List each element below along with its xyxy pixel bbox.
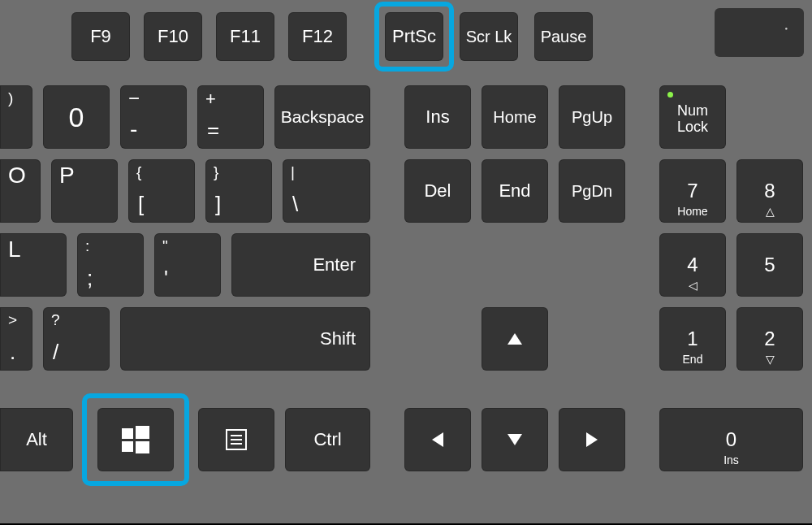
arrow-down-icon bbox=[508, 434, 522, 445]
key-shift[interactable]: Shift bbox=[120, 307, 370, 371]
key-num0[interactable]: 0 Ins bbox=[659, 408, 803, 471]
key-home[interactable]: Home bbox=[482, 85, 548, 149]
key-scrlk[interactable]: Scr Lk bbox=[460, 12, 518, 61]
key-p[interactable]: P bbox=[51, 159, 118, 223]
key-num2[interactable]: 2 ▽ bbox=[736, 307, 803, 371]
key-alt[interactable]: Alt bbox=[0, 408, 73, 471]
key-r2-equals[interactable]: + = bbox=[197, 85, 264, 149]
arrow-right-icon bbox=[586, 432, 598, 447]
key-enter[interactable]: Enter bbox=[231, 233, 370, 297]
svg-rect-1 bbox=[136, 426, 149, 439]
key-f10[interactable]: F10 bbox=[144, 12, 202, 61]
arrow-up-icon bbox=[508, 333, 522, 345]
key-prtsc[interactable]: PrtSc bbox=[385, 12, 443, 61]
key-num8[interactable]: 8 △ bbox=[736, 159, 803, 223]
menu-icon bbox=[226, 429, 247, 450]
svg-rect-2 bbox=[122, 441, 133, 452]
keyboard-diagram: F9 F10 F11 F12 PrtSc Scr Lk Pause ● ) 0 … bbox=[0, 0, 812, 525]
key-lbracket[interactable]: { [ bbox=[128, 159, 195, 223]
key-num7[interactable]: 7 Home bbox=[659, 159, 726, 223]
key-del[interactable]: Del bbox=[404, 159, 471, 223]
key-pgup[interactable]: PgUp bbox=[559, 85, 625, 149]
key-num1[interactable]: 1 End bbox=[659, 307, 726, 371]
key-quote[interactable]: " ' bbox=[154, 233, 221, 297]
key-r2-zero[interactable]: 0 bbox=[43, 85, 110, 149]
svg-rect-3 bbox=[136, 441, 149, 453]
key-backspace[interactable]: Backspace bbox=[274, 85, 370, 149]
key-l[interactable]: L bbox=[0, 233, 67, 297]
key-menu[interactable] bbox=[198, 408, 274, 471]
key-arrow-up[interactable] bbox=[482, 307, 548, 371]
key-semicolon[interactable]: : ; bbox=[77, 233, 144, 297]
key-rbracket[interactable]: } ] bbox=[205, 159, 272, 223]
key-f9[interactable]: F9 bbox=[71, 12, 130, 61]
indicator-panel: ● bbox=[715, 8, 804, 57]
key-pause[interactable]: Pause bbox=[534, 12, 593, 61]
key-numlock[interactable]: Num Lock bbox=[659, 85, 726, 149]
key-end[interactable]: End bbox=[482, 159, 548, 223]
key-backslash[interactable]: | \ bbox=[283, 159, 370, 223]
key-num5[interactable]: 5 bbox=[736, 233, 803, 297]
key-r2-rparen[interactable]: ) bbox=[0, 85, 32, 149]
key-period[interactable]: > . bbox=[0, 307, 32, 371]
arrow-left-icon bbox=[432, 432, 443, 447]
windows-icon bbox=[122, 426, 149, 453]
svg-rect-0 bbox=[122, 428, 133, 439]
key-num4[interactable]: 4 ◁ bbox=[659, 233, 726, 297]
key-r2-minus[interactable]: − - bbox=[120, 85, 187, 149]
key-pgdn[interactable]: PgDn bbox=[559, 159, 625, 223]
key-windows[interactable] bbox=[97, 408, 174, 471]
key-f11[interactable]: F11 bbox=[216, 12, 274, 61]
key-arrow-right[interactable] bbox=[559, 408, 625, 471]
key-f12[interactable]: F12 bbox=[288, 12, 347, 61]
key-arrow-left[interactable] bbox=[404, 408, 471, 471]
key-ins[interactable]: Ins bbox=[404, 85, 471, 149]
key-slash[interactable]: ? / bbox=[43, 307, 110, 371]
key-o[interactable]: O bbox=[0, 159, 41, 223]
numlock-led-icon bbox=[667, 92, 673, 98]
key-arrow-down[interactable] bbox=[482, 408, 548, 471]
key-ctrl[interactable]: Ctrl bbox=[285, 408, 370, 471]
